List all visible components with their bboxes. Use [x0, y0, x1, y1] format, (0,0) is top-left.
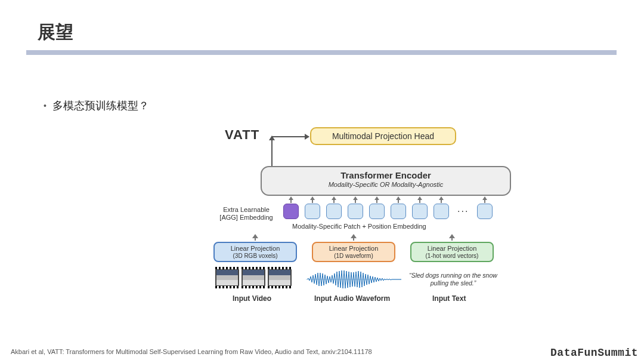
proj-text-title: Linear Projection	[428, 245, 477, 253]
bullet-text: 多模态预训练模型？	[52, 99, 149, 113]
proj-video-title: Linear Projection	[231, 245, 280, 253]
arrow-encoder-to-head-horizontal	[271, 136, 309, 137]
agg-token	[283, 204, 299, 219]
audio-waveform-icon	[306, 269, 401, 290]
patch-token	[326, 204, 342, 219]
linear-projection-video: Linear Projection (3D RGB voxels)	[213, 242, 297, 262]
patch-token	[412, 204, 428, 219]
encoder-title: Transformer Encoder	[262, 170, 510, 180]
sample-text-quote: “Sled dogs running on the snow pulling t…	[408, 272, 498, 287]
citation-text: Akbari et al, VATT: Transformers for Mul…	[11, 348, 372, 355]
patch-token	[391, 204, 406, 219]
vatt-label: VATT	[225, 127, 259, 143]
token-row: ···	[283, 203, 493, 220]
divider	[26, 50, 617, 55]
slide-title: 展望	[38, 20, 73, 45]
linear-projection-audio: Linear Projection (1D waveform)	[312, 242, 395, 262]
patch-token	[434, 204, 449, 219]
arrow-audio-proj	[353, 235, 354, 241]
video-frame-icon	[242, 269, 265, 287]
video-thumbnails	[215, 269, 292, 287]
patch-token	[477, 204, 493, 219]
arrow-encoder-to-head-vertical	[271, 136, 273, 166]
patch-token	[348, 204, 363, 219]
proj-video-sub: (3D RGB voxels)	[233, 253, 277, 260]
modality-specific-label: Modality-Specific Patch + Position Embed…	[292, 223, 426, 230]
patch-token	[369, 204, 385, 219]
bullet-item: • 多模态预训练模型？	[44, 99, 149, 113]
input-audio-label: Input Audio Waveform	[314, 294, 390, 303]
extra-learnable-label: Extra Learnable [AGG] Embedding	[212, 206, 281, 222]
proj-audio-title: Linear Projection	[329, 245, 379, 253]
patch-token	[305, 204, 320, 219]
proj-audio-sub: (1D waveform)	[334, 253, 373, 260]
video-frame-icon	[215, 269, 239, 287]
arrow-video-proj	[255, 235, 256, 241]
brand-logo: DataFunSummit	[550, 347, 638, 359]
encoder-subtitle: Modality-Specific OR Modality-Agnostic	[262, 181, 510, 188]
linear-projection-text: Linear Projection (1-hot word vectors)	[410, 242, 494, 262]
arrow-text-proj	[451, 235, 453, 241]
extra-learnable-line1: Extra Learnable	[223, 206, 270, 213]
video-frame-icon	[268, 269, 292, 287]
transformer-encoder: Transformer Encoder Modality-Specific OR…	[261, 166, 511, 196]
multimodal-projection-head: Multimodal Projection Head	[310, 127, 456, 145]
ellipsis-icon: ···	[455, 206, 471, 217]
architecture-diagram: VATT Multimodal Projection Head Transfor…	[212, 122, 525, 319]
input-video-label: Input Video	[233, 294, 271, 303]
proj-text-sub: (1-hot word vectors)	[426, 253, 479, 260]
bullet-dot-icon: •	[44, 101, 47, 110]
input-text-label: Input Text	[432, 294, 466, 303]
extra-learnable-line2: [AGG] Embedding	[219, 214, 273, 221]
